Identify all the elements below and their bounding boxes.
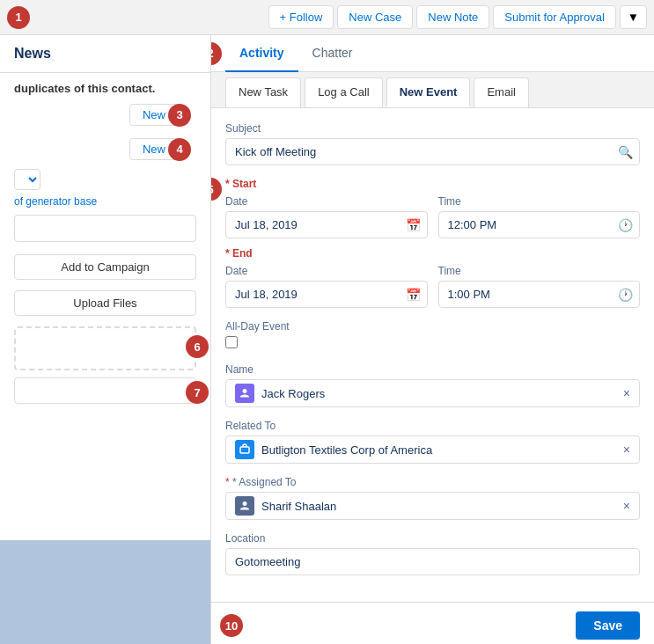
subtab-log-a-call[interactable]: Log a Call xyxy=(305,77,383,107)
subject-input-wrapper: 🔍 xyxy=(225,138,640,165)
end-section: * End Date 📅 Time 🕐 xyxy=(225,247,640,308)
subtab-email[interactable]: Email xyxy=(474,77,529,107)
generator-row: ▼ xyxy=(14,169,196,190)
assigned-to-value: Sharif Shaalan xyxy=(261,500,616,513)
assigned-to-label: * Assigned To xyxy=(225,476,640,488)
calendar-icon-end: 📅 xyxy=(406,288,421,302)
related-to-tag-input[interactable]: Butligton Textiles Corp of America × xyxy=(225,435,640,464)
add-to-campaign-button[interactable]: Add to Campaign xyxy=(14,254,196,280)
related-to-group: Related To Butligton Textiles Corp of Am… xyxy=(225,420,640,464)
new-case-button[interactable]: New Case xyxy=(337,5,413,29)
svg-rect-0 xyxy=(240,447,249,453)
end-time-label: Time xyxy=(438,265,641,277)
start-date-time-row: Date 📅 Time 🕐 xyxy=(225,195,640,238)
name-group: Name Jack Rogers × xyxy=(225,363,640,407)
related-to-value: Butligton Textiles Corp of America xyxy=(261,443,616,457)
drop-zone xyxy=(14,326,196,370)
calendar-icon-start: 📅 xyxy=(406,218,421,232)
tab-activity[interactable]: Activity xyxy=(225,35,298,72)
allday-group: All-Day Event xyxy=(225,320,640,351)
related-to-label: Related To xyxy=(225,420,640,432)
assigned-to-group: * Assigned To Sharif Shaalan × xyxy=(225,476,640,520)
toolbar-dropdown-button[interactable]: ▼ xyxy=(620,5,647,29)
save-row: 10 Save xyxy=(211,602,654,644)
step-badge-7: 7 xyxy=(186,381,209,404)
start-date-input[interactable] xyxy=(225,211,428,238)
toolbar: 1 + Follow New Case New Note Submit for … xyxy=(0,0,654,35)
subject-label: Subject xyxy=(225,122,640,135)
end-date-input[interactable] xyxy=(225,281,428,308)
assigned-to-remove-icon[interactable]: × xyxy=(623,499,630,513)
step-badge-10: 10 xyxy=(220,614,243,637)
end-time-group: Time 🕐 xyxy=(438,265,641,308)
badge-7-area: 7 xyxy=(14,377,196,404)
end-time-input-wrapper: 🕐 xyxy=(438,281,641,308)
start-date-label: Date xyxy=(225,195,428,208)
clock-icon-end: 🕐 xyxy=(618,288,633,302)
end-date-label: Date xyxy=(225,265,428,277)
left-panel-title: News xyxy=(0,35,210,73)
main-container: News duplicates of this contact. New 3 N… xyxy=(0,35,654,644)
end-date-time-row: Date 📅 Time 🕐 xyxy=(225,265,640,308)
new-note-button[interactable]: New Note xyxy=(416,5,489,29)
start-date-group: Date 📅 xyxy=(225,195,428,238)
start-date-input-wrapper: 📅 xyxy=(225,211,428,238)
subtab-new-event[interactable]: New Event xyxy=(386,77,471,107)
submit-approval-button[interactable]: Submit for Approval xyxy=(493,5,615,29)
name-remove-icon[interactable]: × xyxy=(623,386,630,400)
duplicates-text: duplicates of this contact. xyxy=(14,82,196,95)
end-time-input[interactable] xyxy=(438,281,641,308)
of-generator-text: of generator base xyxy=(14,195,196,208)
subtabs: New Task Log a Call New Event Email xyxy=(211,72,654,108)
right-panel: 2 Activity Chatter New Task Log a Call N… xyxy=(211,35,654,644)
clock-icon-start: 🕐 xyxy=(618,218,633,232)
follow-button[interactable]: + Follow xyxy=(268,5,334,29)
name-value: Jack Rogers xyxy=(261,387,616,400)
left-panel: News duplicates of this contact. New 3 N… xyxy=(0,35,211,644)
start-section: * Start Date 📅 Time 🕐 xyxy=(225,178,640,238)
allday-label: All-Day Event xyxy=(225,320,640,333)
new-btn-row-2: New 4 xyxy=(14,138,179,160)
step-badge-5: 5 xyxy=(211,178,222,201)
end-label: * End xyxy=(225,247,640,260)
allday-checkbox[interactable] xyxy=(225,336,238,348)
event-form: Subject 🔍 * Start Date 📅 xyxy=(211,108,654,602)
end-date-input-wrapper: 📅 xyxy=(225,281,428,308)
start-time-label: Time xyxy=(438,195,641,208)
name-avatar-icon xyxy=(235,384,254,403)
location-group: Location xyxy=(225,532,640,575)
left-panel-content: duplicates of this contact. New 3 New 4 … xyxy=(0,73,210,413)
generator-dropdown[interactable]: ▼ xyxy=(14,169,40,190)
name-label: Name xyxy=(225,363,640,376)
blue-bottom-area xyxy=(0,540,210,644)
start-time-group: Time 🕐 xyxy=(438,195,641,238)
related-to-remove-icon[interactable]: × xyxy=(623,443,630,457)
location-label: Location xyxy=(225,532,640,545)
name-tag-input[interactable]: Jack Rogers × xyxy=(225,379,640,407)
step-badge-1: 1 xyxy=(7,6,30,29)
new-btn-row-1: New 3 xyxy=(14,104,179,126)
step-badge-6: 6 xyxy=(186,335,209,358)
subject-group: Subject 🔍 xyxy=(225,122,640,165)
end-date-group: Date 📅 xyxy=(225,265,428,308)
save-button[interactable]: Save xyxy=(576,611,640,640)
step-badge-2: 2 xyxy=(211,42,222,65)
subject-input[interactable] xyxy=(225,138,640,165)
start-time-input[interactable] xyxy=(438,211,641,238)
main-tabs: 2 Activity Chatter xyxy=(211,35,654,72)
tab-chatter[interactable]: Chatter xyxy=(298,35,367,72)
related-to-icon xyxy=(235,440,254,459)
subtab-new-task[interactable]: New Task xyxy=(225,77,301,107)
upload-files-button[interactable]: Upload Files xyxy=(14,290,196,316)
step-badge-3: 3 xyxy=(168,104,191,127)
assigned-to-tag-input[interactable]: Sharif Shaalan × xyxy=(225,492,640,520)
assigned-to-icon xyxy=(235,496,254,516)
location-input[interactable] xyxy=(225,548,640,575)
input-placeholder-row xyxy=(14,215,196,247)
badge-6-area: 6 xyxy=(14,326,196,370)
start-time-input-wrapper: 🕐 xyxy=(438,211,641,238)
search-field-left[interactable] xyxy=(14,215,196,242)
left-field-7 xyxy=(14,377,196,404)
step-badge-4: 4 xyxy=(168,138,191,161)
search-icon: 🔍 xyxy=(618,145,633,159)
